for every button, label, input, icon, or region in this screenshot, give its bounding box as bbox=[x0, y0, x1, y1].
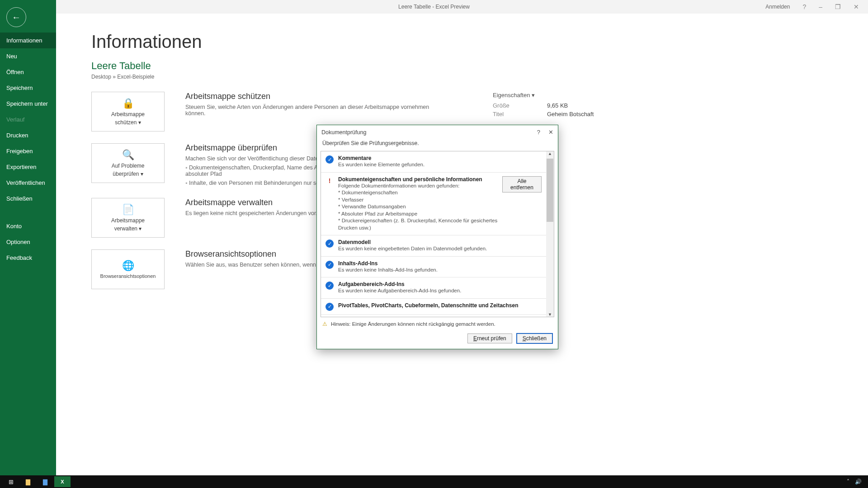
sidebar-item-informationen[interactable]: Informationen bbox=[0, 33, 56, 48]
sidebar-item-optionen[interactable]: Optionen bbox=[0, 234, 56, 250]
manage-icon: 📄 bbox=[122, 204, 134, 216]
document-name: Leere Tabelle bbox=[91, 60, 868, 72]
sidebar-item-speichern-unter[interactable]: Speichern unter bbox=[0, 96, 56, 112]
sidebar-item-exportieren[interactable]: Exportieren bbox=[0, 159, 56, 175]
manage-workbook-tile[interactable]: 📄 Arbeitsmappe verwalten ▾ bbox=[91, 198, 165, 238]
inspector-result: ✓DatenmodellEs wurden keine eingebettete… bbox=[321, 235, 546, 257]
inspect-icon: 🔍 bbox=[122, 149, 134, 161]
scrollbar[interactable]: ▲ ▼ bbox=[546, 151, 554, 317]
mail-icon[interactable]: ▇ bbox=[37, 476, 53, 487]
scroll-down-icon[interactable]: ▼ bbox=[548, 312, 552, 317]
check-icon: ✓ bbox=[326, 303, 334, 311]
properties-heading[interactable]: Eigenschaften ▾ bbox=[493, 92, 594, 99]
sidebar-item-schließen[interactable]: Schließen bbox=[0, 191, 56, 206]
help-button[interactable]: ? bbox=[802, 3, 806, 10]
inspector-result: ✓PivotTables, PivotCharts, Cubeformeln, … bbox=[321, 299, 546, 315]
document-inspector-dialog: Dokumentprüfung ? ✕ Überprüfen Sie die P… bbox=[316, 125, 558, 349]
explorer-icon[interactable]: ▇ bbox=[20, 476, 36, 487]
titlebar: Leere Tabelle - Excel Preview Anmelden ?… bbox=[0, 0, 868, 14]
sidebar-item-drucken[interactable]: Drucken bbox=[0, 127, 56, 143]
minimize-button[interactable]: – bbox=[819, 3, 822, 10]
check-icon: ✓ bbox=[326, 261, 334, 269]
result-title: Datenmodell bbox=[338, 239, 487, 245]
inspector-result: !Dokumenteigenschaften und persönliche I… bbox=[321, 173, 546, 236]
close-window-button[interactable]: ✕ bbox=[854, 3, 859, 10]
result-title: Inhalts-Add-Ins bbox=[338, 260, 438, 267]
manage-desc: Es liegen keine nicht gespeicherten Ände… bbox=[185, 210, 317, 216]
sidebar-item-verlauf[interactable]: Verlauf bbox=[0, 112, 56, 127]
check-icon: ✓ bbox=[326, 282, 334, 290]
result-title: Kommentare bbox=[338, 155, 425, 161]
remove-all-button[interactable]: Alle entfernen bbox=[502, 176, 542, 192]
reinspect-button[interactable]: Erneut prüfen bbox=[467, 333, 512, 343]
protect-desc: Steuern Sie, welche Arten von Änderungen… bbox=[185, 104, 439, 117]
tray-chevron-icon[interactable]: ˄ bbox=[847, 479, 849, 485]
check-icon: ✓ bbox=[326, 155, 334, 164]
result-title: Aufgabenbereich-Add-Ins bbox=[338, 281, 461, 287]
backstage-sidebar: ← InformationenNeuÖffnenSpeichernSpeiche… bbox=[0, 0, 56, 488]
tray-volume-icon[interactable]: 🔊 bbox=[855, 479, 862, 485]
close-button[interactable]: Schließen bbox=[517, 333, 552, 343]
dialog-results: ✓KommentareEs wurden keine Elemente gefu… bbox=[321, 151, 554, 317]
inspector-result: ✓Inhalts-Add-InsEs wurden keine Inhalts-… bbox=[321, 257, 546, 278]
alert-icon: ! bbox=[326, 177, 334, 185]
sidebar-item-freigeben[interactable]: Freigeben bbox=[0, 143, 56, 159]
start-button[interactable]: ⊞ bbox=[3, 476, 19, 487]
result-title: PivotTables, PivotCharts, Cubeformeln, D… bbox=[338, 302, 519, 309]
sidebar-item-öffnen[interactable]: Öffnen bbox=[0, 64, 56, 80]
lock-icon: 🔒 bbox=[122, 98, 134, 109]
sidebar-item-speichern[interactable]: Speichern bbox=[0, 80, 56, 96]
inspector-result: ✓KommentareEs wurden keine Elemente gefu… bbox=[321, 151, 546, 173]
excel-taskbar-icon[interactable]: X bbox=[54, 476, 71, 487]
dialog-warning-text: Hinweis: Einige Änderungen können nicht … bbox=[331, 321, 495, 327]
sidebar-item-neu[interactable]: Neu bbox=[0, 48, 56, 64]
manage-heading: Arbeitsmappe verwalten bbox=[185, 198, 317, 207]
browser-icon: 🌐 bbox=[122, 260, 134, 272]
dialog-help-button[interactable]: ? bbox=[537, 129, 540, 136]
browser-options-tile[interactable]: 🌐 Browseransichtsoptionen bbox=[91, 249, 165, 289]
document-path: Desktop » Excel-Beispiele bbox=[91, 74, 868, 80]
sidebar-item-feedback[interactable]: Feedback bbox=[0, 250, 56, 266]
inspector-result: ✓Aufgabenbereich-Add-InsEs wurden keine … bbox=[321, 277, 546, 299]
dialog-close-button[interactable]: ✕ bbox=[548, 129, 553, 136]
scroll-thumb[interactable] bbox=[547, 159, 553, 222]
back-button[interactable]: ← bbox=[6, 7, 26, 27]
signin-link[interactable]: Anmelden bbox=[765, 4, 790, 10]
scroll-up-icon[interactable]: ▲ bbox=[548, 151, 552, 156]
taskbar: ⊞ ▇ ▇ X ˄ 🔊 bbox=[0, 475, 868, 488]
sidebar-item-veröffentlichen[interactable]: Veröffentlichen bbox=[0, 175, 56, 191]
sidebar-item-konto[interactable]: Konto bbox=[0, 218, 56, 234]
restore-button[interactable]: ❐ bbox=[835, 3, 841, 10]
warning-icon: ⚠ bbox=[322, 321, 327, 327]
window-title: Leere Tabelle - Excel Preview bbox=[398, 4, 470, 10]
inspect-workbook-tile[interactable]: 🔍 Auf Probleme überprüfen ▾ bbox=[91, 143, 165, 183]
result-title: Dokumenteigenschaften und persönliche In… bbox=[338, 176, 498, 183]
check-icon: ✓ bbox=[326, 239, 334, 248]
page-title: Informationen bbox=[91, 32, 868, 52]
protect-workbook-tile[interactable]: 🔒 Arbeitsmappe schützen ▾ bbox=[91, 92, 165, 131]
protect-heading: Arbeitsmappe schützen bbox=[185, 92, 439, 101]
dialog-title: Dokumentprüfung bbox=[321, 129, 366, 136]
dialog-subtitle: Überprüfen Sie die Prüfungsergebnisse. bbox=[317, 139, 558, 151]
